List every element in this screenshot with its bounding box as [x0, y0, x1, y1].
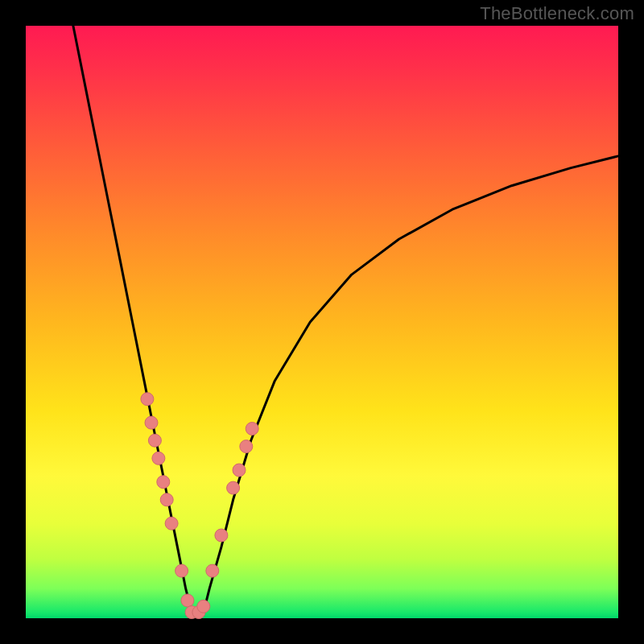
- left-branch-marker: [165, 517, 178, 530]
- left-branch-marker: [157, 476, 170, 489]
- left-branch-marker: [148, 434, 161, 447]
- right-branch-marker: [240, 440, 253, 453]
- watermark-text: TheBottleneck.com: [480, 3, 634, 24]
- left-branch-marker: [141, 393, 154, 406]
- right-branch-marker: [215, 529, 228, 542]
- curve-layer: [73, 26, 618, 618]
- right-branch-marker: [233, 464, 246, 477]
- bottleneck-chart-svg: [26, 26, 618, 618]
- plot-area: [26, 26, 618, 618]
- left-branch-marker: [181, 594, 194, 607]
- bottleneck-curve-path: [73, 26, 618, 618]
- right-branch-marker: [206, 564, 219, 577]
- markers-layer: [141, 393, 258, 619]
- right-branch-marker: [227, 481, 240, 494]
- left-branch-marker: [145, 416, 158, 429]
- left-branch-marker: [152, 452, 165, 464]
- right-branch-marker: [197, 600, 210, 613]
- right-branch-marker: [246, 423, 258, 436]
- left-branch-marker: [175, 564, 188, 577]
- chart-frame: TheBottleneck.com: [0, 0, 644, 644]
- left-branch-marker: [160, 493, 173, 506]
